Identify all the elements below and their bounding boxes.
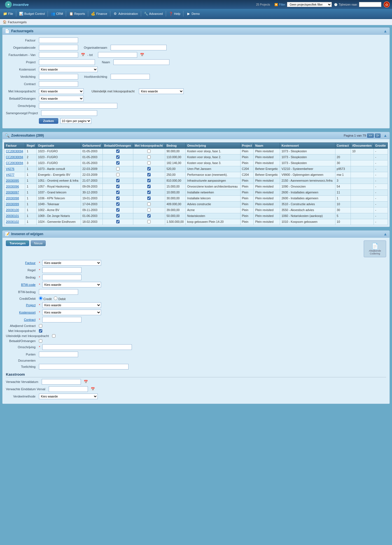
nav-admin[interactable]: ⚙ Administration — [111, 10, 140, 17]
edit-panel-collapse[interactable]: ▲ — [383, 232, 387, 236]
verdichting-input[interactable] — [39, 74, 78, 79]
row-checkbox[interactable] — [116, 185, 120, 188]
row-checkbox[interactable] — [116, 179, 120, 182]
nav-crm[interactable]: 👥 CRM — [49, 10, 65, 17]
edit-uiteindelijk-check[interactable] — [52, 334, 55, 338]
nav-demo[interactable]: ▶ Demo — [185, 10, 201, 17]
verval-picker[interactable]: 📅 — [84, 380, 88, 384]
factuur-link[interactable]: 20030102 — [6, 220, 19, 223]
search-button[interactable]: Zoeken — [39, 118, 58, 124]
factuur-link[interactable]: 20030100 — [6, 208, 19, 212]
nav-reports[interactable]: 📋 Reports — [67, 10, 87, 17]
edit-kostensoort-select[interactable]: Kies waarde — [42, 310, 101, 315]
samengevoegd-input[interactable] — [41, 110, 97, 116]
orgcode-input[interactable] — [39, 45, 78, 50]
kostensoort-select[interactable]: Kies waarde — [39, 67, 98, 72]
betaald-select[interactable]: Kies waarde — [39, 96, 84, 101]
row-checkbox[interactable] — [147, 173, 151, 176]
factuur-input[interactable] — [39, 38, 78, 43]
factuur-link[interactable]: 20030099 — [6, 202, 19, 206]
nav-file[interactable]: 📁 File — [1, 10, 15, 17]
filter-dropdown[interactable]: Geen projectspecifiek filter — [287, 2, 332, 7]
row-checkbox[interactable] — [147, 197, 151, 200]
row-checkbox[interactable] — [116, 173, 120, 176]
page-nav-last[interactable]: |> — [375, 134, 381, 138]
edit-kostensoort-label[interactable]: Kostensoort — [6, 311, 37, 314]
factuur-link[interactable]: CC20030094 — [6, 149, 23, 153]
edit-punten-input[interactable] — [39, 352, 78, 357]
nav-budget[interactable]: 📊 Budget Control — [17, 10, 46, 17]
edit-project-select[interactable]: Kies waarde — [42, 302, 101, 308]
edit-met-inkoop-check[interactable] — [39, 329, 42, 333]
nav-advanced[interactable]: 🔧 Advanced — [142, 10, 165, 17]
row-checkbox[interactable] — [147, 220, 151, 223]
nav-help[interactable]: ❓ Help — [167, 10, 182, 17]
add-button[interactable]: Toevoegen — [6, 240, 29, 246]
omschrijving-input[interactable] — [39, 103, 117, 109]
page-nav-next[interactable]: >> — [367, 134, 374, 138]
factuur-link[interactable]: 20030095 — [6, 179, 19, 182]
date-van-input[interactable] — [39, 52, 78, 58]
debit-radio-label[interactable]: Debit — [54, 296, 66, 301]
filter-label[interactable]: Filter: — [279, 3, 286, 6]
row-checkbox[interactable] — [147, 155, 151, 159]
naam-input[interactable] — [113, 59, 169, 65]
new-button[interactable]: Nieuw — [31, 240, 46, 246]
met-inkoop-select[interactable]: Kies waarde — [39, 88, 84, 94]
edit-factuur-label[interactable]: Factuur — [6, 261, 37, 265]
factuur-link[interactable]: V4276 — [6, 167, 14, 170]
row-checkbox[interactable] — [147, 214, 151, 217]
row-checkbox[interactable] — [147, 208, 151, 212]
credit-radio[interactable] — [39, 296, 43, 300]
row-checkbox[interactable] — [147, 191, 151, 194]
row-checkbox[interactable] — [147, 161, 151, 165]
results-panel-collapse[interactable]: ▲ — [383, 133, 387, 138]
edit-btw-label[interactable]: BTW-code — [6, 283, 37, 286]
orgname-input[interactable] — [111, 45, 167, 50]
date-tot-picker[interactable]: 📅 — [140, 53, 144, 57]
filter-icon[interactable]: 🔽 — [274, 3, 278, 6]
factuur-link[interactable]: 20030097 — [6, 191, 19, 194]
edit-betaald-check[interactable] — [39, 339, 42, 343]
date-input[interactable] — [359, 2, 381, 7]
home-icon[interactable]: 🏠 — [3, 20, 7, 24]
row-checkbox[interactable] — [147, 185, 151, 188]
date-tot-input[interactable] — [98, 52, 137, 58]
credit-radio-label[interactable]: Credit — [39, 296, 52, 301]
row-checkbox[interactable] — [116, 155, 120, 159]
row-checkbox[interactable] — [147, 149, 151, 153]
factuur-link[interactable]: V4277 — [6, 173, 14, 176]
row-checkbox[interactable] — [116, 197, 120, 200]
edit-btwbedrag-input[interactable] — [39, 289, 78, 295]
row-checkbox[interactable] — [116, 214, 120, 217]
row-checkbox[interactable] — [116, 191, 120, 194]
row-checkbox[interactable] — [147, 167, 151, 170]
search-panel-collapse[interactable]: ▲ — [383, 29, 387, 33]
edit-regel-input[interactable] — [42, 267, 81, 273]
factuur-link[interactable]: CC20030094 — [6, 155, 23, 159]
factuur-link[interactable]: 20030101 — [6, 214, 19, 217]
verval-input[interactable] — [42, 379, 81, 385]
edit-contract-label[interactable]: Contract — [6, 318, 37, 321]
row-checkbox[interactable] — [147, 202, 151, 206]
hoofdverdichting-input[interactable] — [111, 74, 150, 79]
uiteindelijk-select[interactable]: Kies waarde — [139, 88, 184, 94]
edit-factuur-select[interactable]: Kies waarde — [42, 260, 101, 266]
factuur-link[interactable]: CC20030094 — [6, 161, 23, 165]
edit-btw-select[interactable]: Kies waarde — [42, 282, 101, 287]
row-checkbox[interactable] — [116, 161, 120, 165]
nav-finance[interactable]: 💰 Finance — [89, 10, 109, 17]
edit-omschrijving-input[interactable] — [42, 344, 132, 350]
edit-project-label[interactable]: Project — [6, 303, 37, 307]
edit-contract-input[interactable] — [42, 317, 81, 322]
row-checkbox[interactable] — [116, 167, 120, 170]
factuur-link[interactable]: 20030098 — [6, 197, 19, 200]
row-checkbox[interactable] — [116, 149, 120, 153]
debit-radio[interactable] — [54, 296, 57, 300]
edit-toelichting-input[interactable] — [39, 364, 129, 369]
edit-bedrag-input[interactable] — [42, 275, 81, 280]
row-checkbox[interactable] — [147, 179, 151, 182]
einddatum-picker[interactable]: 📅 — [91, 387, 95, 391]
contract-input[interactable] — [39, 81, 78, 87]
row-checkbox[interactable] — [116, 208, 120, 212]
